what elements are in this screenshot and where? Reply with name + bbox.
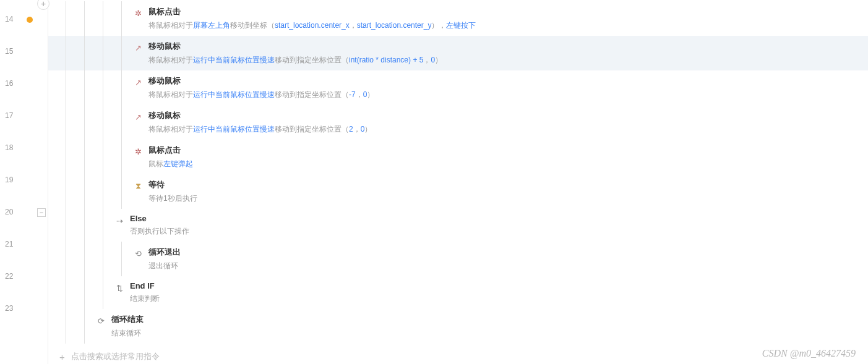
step-row[interactable]: ✲鼠标点击将鼠标相对于屏幕左上角移动到坐标（start_location.cen… (48, 1, 868, 36)
step-title: 循环结束 (111, 314, 868, 325)
step-title: 鼠标点击 (148, 6, 868, 17)
step-description: 结束循环 (111, 328, 868, 339)
step-row[interactable]: ↗移动鼠标将鼠标相对于运行中当前鼠标位置慢速移动到指定坐标位置（-7，0） (48, 70, 868, 105)
line-number: 21 (5, 240, 24, 248)
step-title: End IF (130, 281, 868, 290)
step-body: 鼠标点击将鼠标相对于屏幕左上角移动到坐标（start_location.cent… (148, 6, 868, 31)
steps-content: ✲鼠标点击将鼠标相对于屏幕左上角移动到坐标（start_location.cen… (48, 0, 868, 364)
step-row[interactable]: ⇅End IF结束判断 (48, 276, 868, 309)
line-number: 18 (5, 143, 24, 152)
add-step-prompt[interactable]: +点击搜索或选择常用指令 (48, 344, 868, 364)
add-prompt-text: 点击搜索或选择常用指令 (71, 351, 160, 362)
step-row[interactable]: ⇢Else否则执行以下操作 (48, 209, 868, 242)
move-icon: ↗ (132, 42, 144, 53)
step-row[interactable]: ⧗等待等待1秒后执行 (48, 174, 868, 209)
step-row[interactable]: ↗移动鼠标将鼠标相对于运行中当前鼠标位置慢速移动到指定坐标位置（int(rati… (48, 36, 868, 70)
line-number: 16 (5, 79, 24, 88)
step-body: End IF结束判断 (130, 281, 868, 304)
add-step-icon[interactable]: + (37, 0, 49, 10)
step-body: 循环结束结束循环 (111, 314, 868, 339)
step-title: 鼠标点击 (148, 145, 868, 156)
step-body: Else否则执行以下操作 (130, 214, 868, 237)
line-number: 15 (5, 47, 24, 56)
endif-icon: ⇅ (114, 282, 125, 294)
breakpoint-badge[interactable] (27, 17, 33, 23)
wait-icon: ⧗ (132, 180, 144, 192)
step-body: 移动鼠标将鼠标相对于运行中当前鼠标位置慢速移动到指定坐标位置（2，0） (148, 110, 868, 135)
step-title: 移动鼠标 (148, 75, 868, 87)
step-row[interactable]: ↗移动鼠标将鼠标相对于运行中当前鼠标位置慢速移动到指定坐标位置（2，0） (48, 105, 868, 140)
step-title: 等待 (148, 179, 868, 190)
line-number: 22 (5, 272, 24, 281)
line-number: 14 (5, 15, 24, 23)
step-title: 循环退出 (148, 247, 868, 258)
step-body: 等待等待1秒后执行 (148, 179, 868, 204)
line-number: 20 (5, 208, 24, 216)
step-description: 将鼠标相对于运行中当前鼠标位置慢速移动到指定坐标位置（-7，0） (148, 89, 868, 100)
step-description: 等待1秒后执行 (148, 193, 868, 204)
line-number: 23 (5, 304, 24, 313)
step-body: 移动鼠标将鼠标相对于运行中当前鼠标位置慢速移动到指定坐标位置（-7，0） (148, 75, 868, 100)
step-title: 移动鼠标 (148, 41, 868, 52)
loopexit-icon: ⟲ (132, 248, 144, 259)
step-description: 鼠标左键弹起 (148, 158, 868, 169)
step-body: 鼠标点击鼠标左键弹起 (148, 145, 868, 169)
step-description: 否则执行以下操作 (130, 226, 868, 237)
collapse-toggle-icon[interactable]: − (37, 208, 46, 217)
step-body: 循环退出退出循环 (148, 247, 868, 271)
step-row[interactable]: ✲鼠标点击鼠标左键弹起 (48, 140, 868, 174)
step-title: 移动鼠标 (148, 110, 868, 121)
step-row[interactable]: ⟳循环结束结束循环 (48, 309, 868, 344)
step-title: Else (130, 214, 868, 223)
step-description: 结束判断 (130, 293, 868, 304)
line-number: 19 (5, 176, 24, 184)
plus-icon: + (59, 352, 65, 362)
step-description: 退出循环 (148, 260, 868, 271)
move-icon: ↗ (132, 77, 144, 88)
else-icon: ⇢ (114, 215, 125, 226)
step-description: 将鼠标相对于运行中当前鼠标位置慢速移动到指定坐标位置（int(ratio * d… (148, 54, 868, 66)
step-description: 将鼠标相对于运行中当前鼠标位置慢速移动到指定坐标位置（2，0） (148, 124, 868, 135)
click-icon: ✲ (132, 146, 144, 157)
move-icon: ↗ (132, 111, 144, 122)
loopend-icon: ⟳ (95, 315, 106, 326)
step-row[interactable]: ⟲循环退出退出循环 (48, 242, 868, 276)
line-gutter: + 14151617181920−212223 (0, 0, 48, 364)
step-body: 移动鼠标将鼠标相对于运行中当前鼠标位置慢速移动到指定坐标位置（int(ratio… (148, 41, 868, 66)
click-icon: ✲ (132, 7, 144, 19)
step-description: 将鼠标相对于屏幕左上角移动到坐标（start_location.center_x… (148, 20, 868, 31)
line-number: 17 (5, 111, 24, 120)
